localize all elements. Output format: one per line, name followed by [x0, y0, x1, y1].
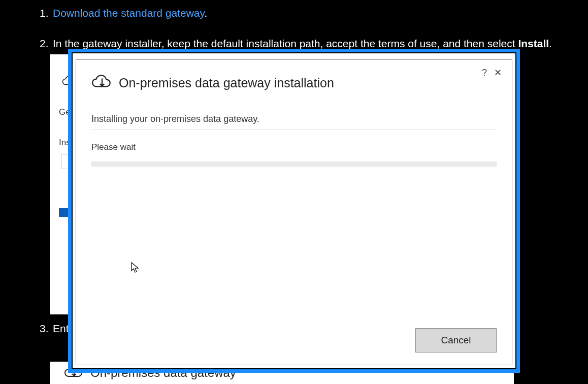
step-1-suffix: .: [204, 7, 207, 19]
help-icon[interactable]: ?: [482, 68, 487, 78]
step-1: 1. Download the standard gateway.: [40, 5, 568, 21]
step-2-text-b: .: [549, 38, 552, 49]
step-number: 1.: [40, 5, 49, 21]
step-number: 3.: [40, 321, 49, 337]
highlighted-dialog-frame: ? ✕ On-premises data gateway installatio…: [68, 49, 520, 373]
cancel-button[interactable]: Cancel: [415, 328, 497, 353]
installer-dialog: ? ✕ On-premises data gateway installatio…: [76, 59, 512, 365]
close-icon[interactable]: ✕: [494, 67, 502, 78]
download-gateway-link[interactable]: Download the standard gateway: [53, 7, 204, 19]
progress-bar: [91, 162, 497, 167]
please-wait-label: Please wait: [91, 142, 497, 152]
cloud-gateway-icon: [91, 72, 113, 93]
dialog-subtitle: Installing your on-premises data gateway…: [91, 114, 497, 130]
dialog-title: On-premises data gateway installation: [119, 76, 334, 90]
under-checkbox-fragment: [59, 208, 68, 217]
step-2-text-a: In the gateway installer, keep the defau…: [53, 38, 518, 49]
install-label: Install: [518, 38, 549, 49]
step-number: 2.: [40, 36, 49, 52]
